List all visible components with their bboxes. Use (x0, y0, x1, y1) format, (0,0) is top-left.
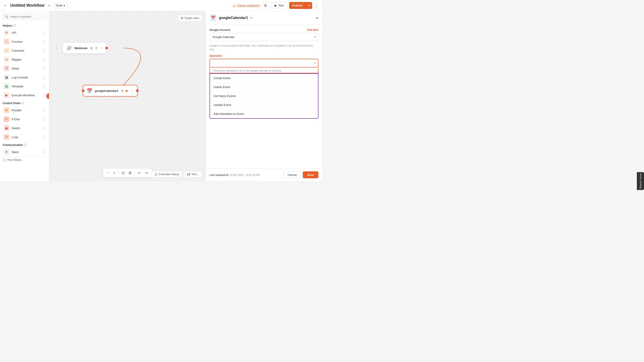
sidebar-item-loop[interactable]: ↺ Loop ⣿ (1, 132, 48, 141)
helpers-label: Helpers (3, 24, 12, 27)
dropdown-update-event[interactable]: Update Event (210, 100, 318, 109)
operation-input-wrapper: ▾ (210, 59, 318, 67)
redo-button[interactable]: ↪ (143, 170, 150, 176)
switch-label: Switch (12, 126, 20, 130)
google-calendar-output-port (136, 89, 139, 92)
cancel-button[interactable]: Cancel (284, 171, 300, 178)
log-console-label: Log Console (12, 76, 28, 79)
panel-edit-icon[interactable]: ✏ (250, 16, 253, 20)
sidebar: 🔍 Helpers ⓘ ⚙ API ⣿ ƒ Function ⣿ ↔ Conve… (0, 11, 49, 181)
template-drag-icon: ⣿ (43, 84, 46, 88)
sidebar-item-slack[interactable]: ✦ Slack ⣿ (1, 147, 48, 156)
toolbar-divider-1 (118, 171, 118, 175)
sidebar-item-mapper[interactable]: ⇄ Mapper ⣿ (1, 55, 48, 64)
api-drag-icon: ⣿ (43, 31, 46, 34)
undo-button[interactable]: ↩ (136, 170, 143, 176)
template-label: Template (12, 85, 24, 88)
api-label: API (12, 31, 16, 34)
canvas: ⊞ Graph view ▷ 🔗 Webhook ⊞ ↺ ⋮ (49, 11, 206, 181)
communication-info-icon[interactable]: ⓘ (24, 143, 26, 147)
function-drag-icon: ⣿ (43, 40, 46, 43)
publish-button[interactable]: Publish ▾ (289, 2, 312, 9)
zoom-in-button[interactable]: + (111, 170, 117, 176)
back-button[interactable]: ← (4, 3, 8, 8)
save-button[interactable]: Save (303, 171, 318, 178)
control-flows-info-icon[interactable]: ⓘ (22, 101, 24, 105)
mapper-drag-icon: ⣿ (43, 58, 46, 61)
sidebar-item-if-else[interactable]: ✕ If Else ⣿ (1, 115, 48, 124)
execution-history-label: Execution history (159, 173, 179, 176)
converter-drag-icon: ⣿ (43, 49, 46, 52)
webhook-refresh-button[interactable]: ↺ (94, 46, 98, 50)
fit-button[interactable]: ⊡ (120, 170, 126, 176)
execute-workflow-drag-icon: ⣿ (43, 93, 46, 97)
sidebar-item-log-console[interactable]: ▦ Log Console ⣿ (1, 73, 48, 82)
dropdown-create-event[interactable]: Create Event (210, 74, 318, 83)
sidebar-item-function[interactable]: ƒ Function ⣿ (1, 37, 48, 46)
sidebar-item-execute-workflow[interactable]: ▶ Execute Workflow ⣿ (1, 91, 48, 100)
sidebar-item-template[interactable]: ▤ Template ⣿ (1, 82, 48, 91)
webhook-grid-button[interactable]: ⊞ (90, 46, 93, 50)
control-flows-label: Control Flows (3, 102, 20, 105)
settings-button[interactable]: ⚙ (262, 2, 269, 9)
function-label: Function (12, 40, 23, 43)
sleep-drag-icon: ⣿ (43, 67, 46, 70)
draft-button[interactable]: Draft ▾ (54, 3, 68, 8)
search-input[interactable] (10, 15, 44, 18)
if-else-drag-icon: ⣿ (43, 117, 46, 121)
main-layout: 🔍 Helpers ⓘ ⚙ API ⣿ ƒ Function ⣿ ↔ Conve… (0, 11, 322, 181)
webhook-more-button[interactable]: ⋮ (100, 46, 104, 50)
parallel-icon: ⏸ (4, 107, 10, 113)
sidebar-item-sleep[interactable]: ⏱ Sleep ⣿ (1, 64, 48, 73)
google-calendar-play-button[interactable]: ▶ (126, 88, 129, 93)
toolbar-divider-2 (134, 171, 135, 175)
sidebar-item-switch[interactable]: ◉ Switch ⣿ (1, 124, 48, 132)
grid-button[interactable]: ⊞ (127, 170, 133, 176)
dropdown-add-attendees[interactable]: Add Attendees to Event (210, 109, 318, 118)
operation-hint: Choose the operation to be on the google… (210, 68, 318, 73)
search-box[interactable]: 🔍 (2, 13, 47, 20)
more-options-button[interactable]: ⋮ (314, 3, 318, 8)
panel-close-button[interactable]: × (316, 15, 318, 20)
sleep-icon: ⏱ (4, 65, 10, 71)
sidebar-item-parallel[interactable]: ⏸ Parallel ⣿ (1, 106, 48, 115)
dropdown-delete-event[interactable]: Delete Event (210, 83, 318, 92)
mapper-label: Mapper (12, 58, 22, 61)
test-button[interactable]: ▶ Test (271, 2, 287, 9)
if-else-icon: ✕ (4, 116, 10, 122)
google-calendar-more-button[interactable]: ⋮ (130, 88, 134, 93)
graph-view-button[interactable]: ⊞ Graph view (178, 15, 202, 21)
execution-history-button[interactable]: 📋 Execution history (152, 171, 182, 177)
helpers-info-icon[interactable]: ⓘ (14, 24, 16, 27)
sidebar-item-converter[interactable]: ↔ Converter ⣿ (1, 46, 48, 55)
publish-label: Publish (289, 2, 306, 9)
google-calendar-label: googleCalendar1 (95, 89, 118, 92)
add-new-link[interactable]: Add New (307, 28, 318, 31)
google-calendar-node[interactable]: 📅 googleCalendar1 ⊞ ▶ ⋮ (83, 85, 138, 96)
versions-button[interactable]: 📢 Vers... (184, 171, 202, 177)
communication-section-header: Communication ⓘ (0, 141, 49, 147)
dropdown-get-many-events[interactable]: Get Many Events (210, 92, 318, 100)
panel-app-icon: 📅 (210, 14, 217, 21)
log-console-icon: ▦ (4, 74, 10, 80)
execution-history-icon: 📋 (154, 173, 158, 176)
edit-title-icon[interactable]: ✏ (48, 4, 51, 7)
operation-label: Operation (210, 54, 318, 57)
panel-body: Google Account Add New Google Calendar ▾… (206, 25, 322, 168)
operation-input[interactable] (210, 59, 318, 67)
workflow-title: Untitled Workflow (10, 3, 44, 8)
google-calendar-grid-button[interactable]: ⊞ (120, 88, 124, 93)
run-history[interactable]: 🕐 Run History (0, 156, 49, 163)
function-icon: ƒ (4, 39, 10, 44)
mapper-icon: ⇄ (4, 56, 10, 62)
search-icon: 🔍 (5, 15, 8, 18)
trigger-label: Trigger workflow? (237, 4, 260, 7)
sidebar-item-api[interactable]: ⚙ API ⣿ (1, 28, 48, 37)
webhook-node[interactable]: ▷ 🔗 Webhook ⊞ ↺ ⋮ (62, 42, 107, 54)
google-calendar-input-port (82, 89, 84, 92)
trigger-workflow-link[interactable]: ⚡ Trigger workflow? (232, 4, 260, 7)
google-account-select[interactable]: Google Calendar (210, 33, 318, 41)
header-right: ⚡ Trigger workflow? ⚙ ▶ Test Publish ▾ ⋮ (232, 2, 318, 9)
zoom-out-button[interactable]: − (105, 170, 111, 176)
slack-label: Slack (12, 150, 19, 154)
